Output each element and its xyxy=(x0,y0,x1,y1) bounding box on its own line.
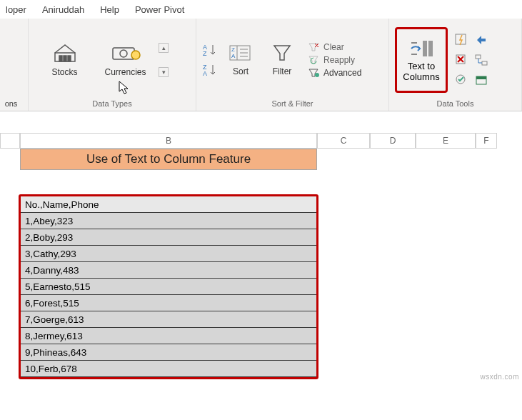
col-header-f[interactable]: F xyxy=(476,133,497,149)
table-row[interactable]: 3,Cathy,293 xyxy=(21,246,316,262)
ribbon: ons Stocks xyxy=(0,19,522,111)
currencies-button[interactable]: Currencies xyxy=(95,31,156,89)
ribbon-group-sortfilter: AZ ZA ZA Sort Filter xyxy=(196,19,389,111)
sort-asc-button[interactable]: AZ xyxy=(202,42,219,58)
table-row[interactable]: 10,Ferb,678 xyxy=(21,361,316,377)
filter-icon xyxy=(271,43,293,63)
clear-label: Clear xyxy=(323,42,344,52)
flash-fill-button[interactable] xyxy=(452,31,471,49)
clear-filter-button[interactable]: Clear xyxy=(308,42,361,52)
consolidate-button[interactable] xyxy=(472,31,491,49)
svg-rect-1 xyxy=(59,56,62,61)
datatypes-group-label: Data Types xyxy=(34,98,190,109)
filter-label: Filter xyxy=(273,67,292,76)
menu-item-help[interactable]: Help xyxy=(100,4,119,15)
advanced-filter-button[interactable]: Advanced xyxy=(308,68,361,78)
sort-button[interactable]: ZA Sort xyxy=(219,31,262,89)
table-row[interactable]: 5,Earnesto,515 xyxy=(21,279,316,295)
table-row[interactable]: 8,Jermey,613 xyxy=(21,328,316,344)
text-to-columns-label-2: Columns xyxy=(403,71,439,82)
datatypes-more[interactable]: ▾ xyxy=(159,67,169,77)
svg-point-5 xyxy=(120,50,127,57)
datatypes-scroll-up[interactable]: ▴ xyxy=(159,43,169,53)
svg-rect-2 xyxy=(64,56,66,61)
reapply-filter-button[interactable]: Reapply xyxy=(308,55,361,65)
svg-rect-23 xyxy=(423,41,427,56)
clear-icon xyxy=(308,42,319,52)
ribbon-group-datatypes: Stocks Currencies ▴ ▾ Data Types xyxy=(29,19,196,111)
column-headers: B C D E F xyxy=(0,133,522,149)
currencies-label: Currencies xyxy=(104,68,146,77)
sortfilter-group-label: Sort & Filter xyxy=(202,98,383,109)
svg-text:A: A xyxy=(203,70,207,77)
select-all-corner[interactable] xyxy=(0,133,20,149)
stocks-label: Stocks xyxy=(51,68,77,77)
text-to-columns-button[interactable]: Text to Columns xyxy=(395,27,448,93)
col-header-b[interactable]: B xyxy=(20,133,317,149)
reapply-label: Reapply xyxy=(323,55,355,65)
addins-label: ons xyxy=(5,99,18,108)
svg-rect-24 xyxy=(428,41,433,56)
remove-duplicates-button[interactable] xyxy=(452,51,471,69)
spreadsheet: B C D E F Use of Text to Column Feature … xyxy=(0,111,522,379)
watermark: wsxdn.com xyxy=(480,373,519,379)
col-header-d[interactable]: D xyxy=(370,133,416,149)
menu-item-developer[interactable]: loper xyxy=(6,4,26,15)
sort-icon: ZA xyxy=(229,43,253,63)
svg-text:A: A xyxy=(231,53,236,59)
svg-point-20 xyxy=(315,73,319,77)
stocks-button[interactable]: Stocks xyxy=(34,31,95,89)
svg-text:Z: Z xyxy=(231,46,235,53)
table-row[interactable]: 2,Boby,293 xyxy=(21,229,316,246)
svg-rect-33 xyxy=(476,76,486,79)
col-header-e[interactable]: E xyxy=(416,133,476,149)
table-row[interactable]: No.,Name,Phone xyxy=(21,196,316,213)
text-to-columns-icon xyxy=(408,38,434,59)
text-to-columns-label-1: Text to xyxy=(408,61,435,71)
advanced-label: Advanced xyxy=(323,68,361,78)
svg-point-6 xyxy=(131,51,140,59)
data-validation-button[interactable] xyxy=(452,71,471,89)
svg-text:Z: Z xyxy=(203,50,207,57)
currencies-icon xyxy=(110,42,141,64)
title-cell[interactable]: Use of Text to Column Feature xyxy=(20,149,317,170)
table-row[interactable]: 4,Danny,483 xyxy=(21,262,316,279)
ribbon-group-addins: ons xyxy=(0,19,29,111)
col-header-c[interactable]: C xyxy=(317,133,370,149)
reapply-icon xyxy=(308,55,319,65)
menu-bar: loper Aniruddah Help Power Pivot xyxy=(0,0,522,19)
sort-label: Sort xyxy=(233,67,249,76)
menu-item-aniruddah[interactable]: Aniruddah xyxy=(42,4,84,15)
sort-desc-button[interactable]: ZA xyxy=(202,62,219,78)
table-row[interactable]: 9,Phineas,643 xyxy=(21,344,316,361)
svg-rect-30 xyxy=(482,61,487,65)
table-row[interactable]: 6,Forest,515 xyxy=(21,295,316,311)
table-row[interactable]: 7,Goerge,613 xyxy=(21,311,316,328)
menu-item-powerpivot[interactable]: Power Pivot xyxy=(135,4,184,15)
stocks-icon xyxy=(51,42,79,64)
relationships-button[interactable] xyxy=(472,51,491,69)
filter-button[interactable]: Filter xyxy=(262,31,302,89)
advanced-icon xyxy=(308,68,319,78)
selected-data-range[interactable]: No.,Name,Phone 1,Abey,323 2,Boby,293 3,C… xyxy=(19,194,318,379)
table-row[interactable]: 1,Abey,323 xyxy=(21,213,316,229)
datatools-group-label: Data Tools xyxy=(395,98,516,109)
svg-rect-29 xyxy=(476,55,481,59)
svg-rect-3 xyxy=(68,56,71,61)
ribbon-group-datatools: Text to Columns Data Tools xyxy=(389,19,522,111)
manage-data-model-button[interactable] xyxy=(472,71,491,89)
